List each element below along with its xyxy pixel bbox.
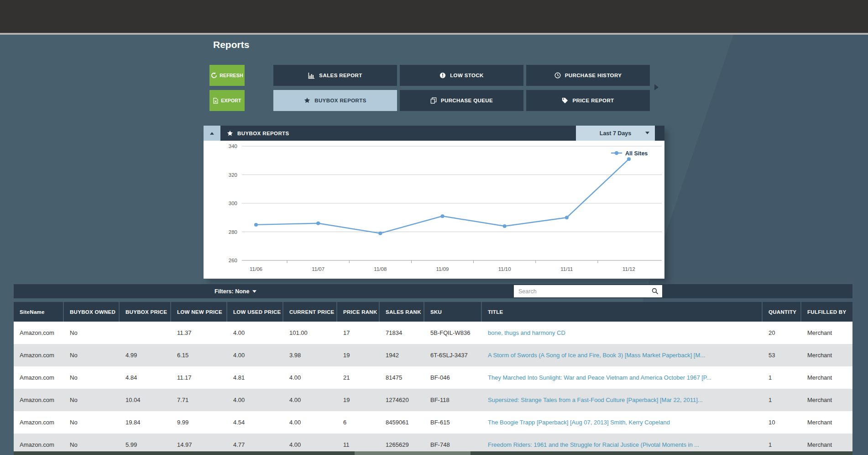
table-row[interactable]: Amazon.comNo4.996.154.003.981919426T-6SL…	[14, 344, 852, 366]
tabs-next-arrow-icon[interactable]	[654, 84, 659, 90]
cell-price-rank: 6	[336, 411, 379, 434]
column-header-quantity[interactable]: QUANTITY	[762, 302, 800, 322]
star-icon	[304, 97, 310, 104]
cell-low-new-price: 9.99	[170, 411, 226, 434]
selleractive-app: SA ORDERSLISTINGSREPORTSHELP 21 demo@sel…	[0, 0, 868, 455]
search-box	[514, 285, 662, 297]
cell-title: The Boogie Trapp [Paperback] [Aug 07, 20…	[481, 411, 762, 434]
tab-purchase-history[interactable]: PURCHASE HISTORY	[526, 65, 650, 86]
column-header-low-used-price[interactable]: LOW USED PRICE	[226, 302, 282, 322]
column-header-buybox-owned[interactable]: BUYBOX OWNED	[63, 302, 119, 322]
horizontal-scrollbar[interactable]	[14, 451, 852, 455]
svg-text:11/12: 11/12	[622, 266, 635, 272]
column-header-sku[interactable]: SKU	[424, 302, 481, 322]
cell-fulfilled-by: Merchant	[800, 366, 852, 389]
export-icon	[213, 98, 219, 104]
top-navbar	[0, 0, 868, 33]
cell-price-rank: 17	[336, 322, 379, 344]
tab-low-stock[interactable]: LOW STOCK	[400, 65, 523, 86]
export-button[interactable]: EXPORT	[209, 90, 245, 111]
column-header-buybox-price[interactable]: BUYBOX PRICE	[119, 302, 170, 322]
cell-buybox-price: 19.84	[119, 411, 170, 434]
cell-current-price: 101.00	[282, 322, 336, 344]
cell-current-price: 4.00	[282, 389, 336, 411]
cell-title: A Storm of Swords (A Song of Ice and Fir…	[481, 344, 762, 366]
page-title: Reports	[213, 39, 249, 50]
column-header-fulfilled-by[interactable]: FULFILLED BY	[800, 302, 852, 322]
bar-chart-icon	[308, 72, 315, 79]
title-link[interactable]: Freedom Riders: 1961 and the Struggle fo…	[488, 441, 699, 448]
filters-dropdown[interactable]: Filters: None	[214, 284, 256, 298]
collapse-panel-button[interactable]	[204, 126, 220, 141]
cell-fulfilled-by: Merchant	[800, 389, 852, 411]
cell-sku: BF-046	[424, 366, 481, 389]
cell-buybox-price: 4.99	[119, 344, 170, 366]
cell-low-new-price: 11.17	[170, 366, 226, 389]
cell-sitename: Amazon.com	[14, 366, 63, 389]
date-range-value: Last 7 Days	[600, 130, 631, 137]
report-tabs: SALES REPORTLOW STOCKPURCHASE HISTORYBUY…	[273, 65, 650, 111]
table-row[interactable]: Amazon.comNo10.047.714.004.00191274620BF…	[14, 389, 852, 411]
cell-sitename: Amazon.com	[14, 411, 63, 434]
tab-label: LOW STOCK	[450, 73, 484, 78]
buybox-reports-panel: BUYBOX REPORTS Last 7 Days 2602803003203…	[204, 126, 664, 279]
refresh-button[interactable]: REFRESH	[209, 65, 245, 86]
title-link[interactable]: bone, thugs and harmony CD	[488, 329, 565, 336]
cell-sku: BF-615	[424, 411, 481, 434]
svg-text:300: 300	[229, 201, 237, 206]
tab-label: PRICE REPORT	[572, 98, 614, 103]
cell-buybox-price: 4.84	[119, 366, 170, 389]
cell-buybox-owned: No	[63, 389, 119, 411]
cell-buybox-owned: No	[63, 366, 119, 389]
date-range-dropdown[interactable]: Last 7 Days	[576, 126, 655, 141]
cell-low-used-price: 4.00	[226, 389, 282, 411]
cell-current-price: 3.98	[282, 344, 336, 366]
cell-sitename: Amazon.com	[14, 344, 63, 366]
column-header-sales-rank[interactable]: SALES RANK	[379, 302, 424, 322]
svg-text:260: 260	[229, 258, 237, 263]
svg-text:11/06: 11/06	[250, 266, 262, 272]
cell-fulfilled-by: Merchant	[800, 322, 852, 344]
tab-price-report[interactable]: PRICE REPORT	[526, 90, 650, 111]
cell-quantity: 53	[762, 344, 800, 366]
cell-buybox-owned: No	[63, 322, 119, 344]
table-row[interactable]: Amazon.comNo4.8411.174.814.002181475BF-0…	[14, 366, 852, 389]
cell-current-price: 4.00	[282, 366, 336, 389]
column-header-title[interactable]: TITLE	[481, 302, 762, 322]
tab-label: PURCHASE QUEUE	[441, 98, 493, 103]
cell-price-rank: 21	[336, 366, 379, 389]
refresh-icon	[211, 72, 217, 79]
table-row[interactable]: Amazon.comNo19.849.994.544.0068459061BF-…	[14, 411, 852, 434]
cell-title: They Marched Into Sunlight: War and Peac…	[481, 366, 762, 389]
column-header-sitename[interactable]: SiteName	[14, 302, 63, 322]
horizontal-scrollbar-thumb[interactable]	[355, 451, 471, 455]
tab-sales-report[interactable]: SALES REPORT	[273, 65, 397, 86]
title-link[interactable]: The Boogie Trapp [Paperback] [Aug 07, 20…	[488, 419, 670, 426]
tab-purchase-queue[interactable]: PURCHASE QUEUE	[400, 90, 523, 111]
title-link[interactable]: A Storm of Swords (A Song of Ice and Fir…	[488, 352, 705, 359]
cell-sales-rank: 8459061	[379, 411, 424, 434]
title-link[interactable]: Supersized: Strange Tales from a Fast-Fo…	[488, 397, 703, 403]
navbar-divider	[0, 33, 868, 35]
filters-label: Filters: None	[214, 288, 249, 295]
cell-buybox-owned: No	[63, 344, 119, 366]
tab-buybox-reports[interactable]: BUYBOX REPORTS	[273, 90, 397, 111]
chart-canvas: 26028030032034011/0611/0711/0811/0911/10…	[204, 141, 664, 279]
column-header-low-new-price[interactable]: LOW NEW PRICE	[170, 302, 226, 322]
cell-quantity: 20	[762, 322, 800, 344]
svg-text:11/11: 11/11	[560, 266, 573, 272]
search-input[interactable]	[514, 285, 662, 297]
tab-label: BUYBOX REPORTS	[314, 98, 366, 103]
cell-sales-rank: 1942	[379, 344, 424, 366]
title-link[interactable]: They Marched Into Sunlight: War and Peac…	[488, 374, 711, 381]
column-header-price-rank[interactable]: PRICE RANK	[336, 302, 379, 322]
cell-sitename: Amazon.com	[14, 322, 63, 344]
cell-low-new-price: 6.15	[170, 344, 226, 366]
tab-label: PURCHASE HISTORY	[565, 73, 622, 78]
tag-icon	[562, 97, 568, 104]
table-row[interactable]: Amazon.comNo11.374.00101.0017718345B-FQI…	[14, 322, 852, 344]
column-header-current-price[interactable]: CURRENT PRICE	[282, 302, 336, 322]
svg-text:340: 340	[229, 143, 237, 149]
cell-sku: 5B-FQIL-W836	[424, 322, 481, 344]
cell-sku: 6T-6SLJ-3437	[424, 344, 481, 366]
